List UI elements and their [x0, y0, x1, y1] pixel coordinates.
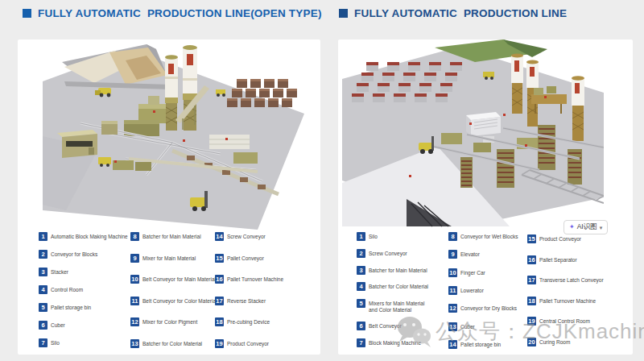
panel-title-text: FULLY AUTOMATIC PRODUCTION LINE(OPEN TYP… [38, 7, 322, 19]
legend-number-badge: 4 [357, 282, 365, 291]
legend-item: 17Transverse Latch Conveyor [527, 276, 644, 284]
legend-number-badge: 12 [448, 304, 457, 313]
legend-item-label: Pallet storage bin [51, 303, 91, 311]
title-bullet-icon [339, 9, 348, 18]
legend-item: 16Pallet Separator [527, 255, 644, 264]
legend-number-badge: 8 [130, 232, 139, 241]
legend-item-label: Silo [51, 338, 60, 346]
legend-number-badge: 18 [215, 317, 224, 326]
legend-number-badge: 17 [527, 276, 536, 284]
legend-item: 16Pallet Turnover Machine [215, 275, 336, 284]
legend-item-label: Belt Conveyor for Color Material [142, 297, 217, 305]
legend-number-badge: 12 [130, 317, 139, 326]
legend-item: 18Pallet Turnover Machine [527, 297, 644, 305]
wechat-icon [396, 314, 431, 348]
legend-number-badge: 16 [215, 275, 224, 284]
sparkle-icon: ✦ [569, 224, 575, 230]
legend-item-label: Batcher for Color Material [142, 339, 202, 347]
legend-item: 18Pre-cubing Device [215, 317, 336, 326]
watermark-text: 公众号：ZCJKmachine [436, 317, 644, 346]
legend-column-left-3: 14Screw Conveyor 15Pallet Conveyor 16Pal… [215, 232, 336, 348]
legend-item-label: Mixers for Main Material and Color Mater… [369, 299, 424, 313]
legend-item-label: Automatic Block Making Machine [51, 232, 128, 240]
legend-number-badge: 8 [448, 232, 457, 241]
legend-item-label: Stacker [51, 268, 68, 276]
chevron-down-icon: ▾ [600, 225, 603, 230]
silo [165, 55, 178, 131]
legend-item-label: Product Conveyor [227, 339, 269, 347]
legend-number-badge: 15 [215, 254, 224, 263]
legend-item-label: Product Conveyor [539, 234, 581, 243]
legend-number-badge: 13 [130, 339, 139, 348]
legend-item-label: Batcher for Color Material [369, 282, 428, 290]
legend-item-label: Batcher for Main Material [142, 232, 201, 240]
legend-number-badge: 10 [448, 268, 457, 277]
production-line-illustration [342, 39, 604, 230]
legend-number-badge: 1 [39, 232, 47, 241]
legend-item-label: Pallet Conveyor [227, 254, 264, 262]
legend-number-badge: 6 [357, 322, 365, 330]
title-bullet-icon [23, 9, 31, 18]
legend-item: 17Reverse Stacker [215, 297, 336, 305]
panel-title-closed-type: FULLY AUTOMATIC PRODUCTION LINE [339, 7, 567, 19]
legend-number-badge: 16 [527, 255, 536, 264]
panel-title-open-type: FULLY AUTOMATIC PRODUCTION LINE(OPEN TYP… [23, 7, 322, 19]
legend-item-label: Lowerator [460, 286, 484, 294]
legend-item-label: Pallet Separator [539, 255, 577, 263]
legend-number-badge: 2 [39, 250, 47, 259]
watermark: 公众号：ZCJKmachine [396, 314, 644, 348]
legend-item-label: Reverse Stacker [227, 297, 266, 305]
legend-item-label: Mixer for Color Pigment [142, 317, 197, 326]
legend-item-label: Finger Car [460, 268, 485, 276]
legend-number-badge: 9 [448, 250, 457, 259]
legend-item-label: Silo [369, 232, 378, 240]
legend-number-badge: 5 [357, 299, 365, 308]
panel-title-text: FULLY AUTOMATIC PRODUCTION LINE [354, 7, 567, 19]
legend-item-label: Elevator [460, 250, 480, 258]
legend-number-badge: 5 [39, 303, 47, 312]
silo [511, 53, 523, 114]
legend-item-label: Batcher for Main Material [369, 266, 427, 274]
legend-number-badge: 11 [130, 297, 139, 305]
legend-number-badge: 14 [215, 232, 224, 241]
legend-number-badge: 15 [527, 234, 536, 243]
page: FULLY AUTOMATIC PRODUCTION LINE(OPEN TYP… [0, 0, 644, 361]
legend-item-label: Control Room [51, 285, 83, 293]
legend-number-badge: 7 [39, 338, 47, 347]
legend-item: 15Product Conveyor [527, 234, 644, 243]
legend-number-badge: 7 [357, 338, 365, 347]
production-line-illustration-open-type [18, 39, 320, 230]
legend-number-badge: 4 [39, 285, 47, 294]
legend-number-badge: 3 [357, 266, 365, 275]
legend-item-label: Conveyor for Blocks [51, 250, 97, 258]
legend-item-label: Conveyor for Wet Blocks [460, 232, 518, 240]
legend-number-badge: 9 [130, 254, 139, 263]
elevator-rack [460, 157, 473, 188]
legend-number-badge: 18 [527, 297, 536, 305]
legend-item-label: Pallet Turnover Machine [539, 297, 596, 305]
legend-number-badge: 10 [130, 275, 139, 284]
elevator-rack [568, 149, 582, 185]
legend-item-label: Screw Conveyor [227, 232, 266, 240]
elevator-rack [497, 149, 514, 188]
legend-number-badge: 17 [215, 297, 224, 305]
legend-item-label: Cuber [51, 321, 65, 329]
ai-badge-label: AI识图 [577, 222, 597, 232]
legend-item-label: Pre-cubing Device [227, 317, 270, 326]
ai-image-recognition-button[interactable]: ✦ AI识图 ▾ [564, 220, 608, 234]
legend-number-badge: 1 [357, 232, 365, 241]
legend-item: 15Pallet Conveyor [215, 254, 336, 263]
elevator-rack [538, 125, 555, 170]
legend-item-label: Screw Conveyor [369, 249, 407, 257]
legend-number-badge: 19 [215, 339, 224, 348]
legend-number-badge: 3 [39, 268, 47, 276]
silo [572, 76, 584, 141]
legend-item-label: Mixer for Main Material [142, 254, 196, 262]
legend-item: 19Product Conveyor [215, 339, 336, 348]
legend-item-label: Conveyor for Dry Blocks [460, 304, 517, 312]
legend-number-badge: 6 [39, 321, 47, 330]
legend-item-label: Pallet Turnover Machine [227, 275, 283, 283]
legend-item-label: Belt Conveyor for Main Material [142, 275, 216, 283]
legend-item: 14Screw Conveyor [215, 232, 336, 241]
legend-item-label: Transverse Latch Conveyor [539, 276, 604, 284]
